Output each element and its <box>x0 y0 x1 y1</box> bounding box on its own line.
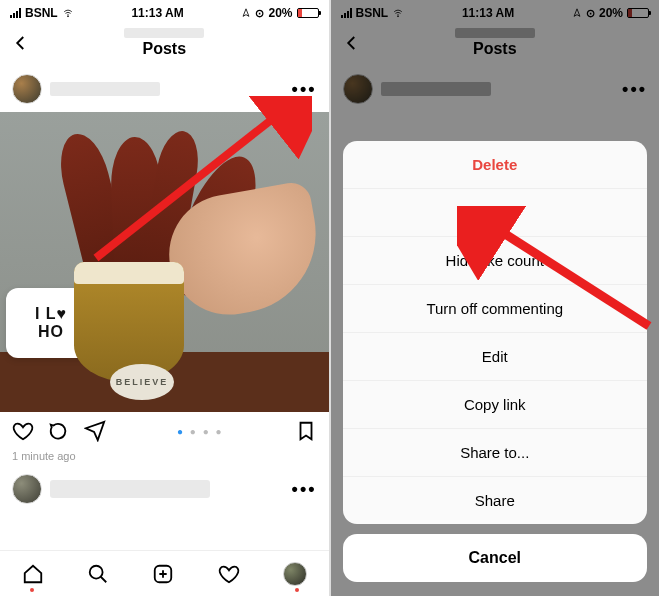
bookmark-icon[interactable] <box>295 420 317 442</box>
carousel-dots: ● ● ● ● <box>120 426 281 437</box>
comment-icon[interactable] <box>48 420 70 442</box>
clock-label: 11:13 AM <box>74 6 242 20</box>
profile-icon[interactable] <box>283 562 307 586</box>
svg-point-0 <box>67 16 68 17</box>
avatar[interactable] <box>12 74 42 104</box>
menu-share-to[interactable]: Share to... <box>343 429 648 477</box>
timestamp: 1 minute ago <box>0 450 329 468</box>
menu-delete[interactable]: Delete <box>343 141 648 189</box>
carrier-label: BSNL <box>25 6 58 20</box>
action-sheet: Delete Archive Hide like count Turn off … <box>343 141 648 524</box>
signal-icon <box>10 8 21 18</box>
activity-icon[interactable] <box>218 563 240 585</box>
header-subtitle-blur <box>124 28 204 38</box>
add-icon[interactable] <box>152 563 174 585</box>
menu-cancel[interactable]: Cancel <box>343 534 648 582</box>
page-header: Posts <box>0 20 329 66</box>
svg-point-1 <box>90 565 103 578</box>
username-blur[interactable] <box>50 480 210 498</box>
menu-share[interactable]: Share <box>343 477 648 524</box>
username-blur[interactable] <box>50 82 160 96</box>
phone-right: BSNL 11:13 AM ⊙ 20% Posts <box>331 0 660 596</box>
action-sheet-overlay[interactable]: Delete Archive Hide like count Turn off … <box>331 0 660 596</box>
tab-bar <box>0 550 329 596</box>
menu-turn-off-comment[interactable]: Turn off commenting <box>343 285 648 333</box>
post-author-bar: ••• <box>0 66 329 112</box>
home-icon[interactable] <box>22 563 44 585</box>
menu-archive[interactable]: Archive <box>343 189 648 237</box>
battery-label: 20% <box>268 6 292 20</box>
tag-prop: BELIEVE <box>110 364 174 400</box>
post-image[interactable]: I L♥HO BELIEVE <box>0 112 329 412</box>
more-icon[interactable]: ••• <box>292 79 317 100</box>
search-icon[interactable] <box>87 563 109 585</box>
menu-edit[interactable]: Edit <box>343 333 648 381</box>
next-post-bar: ••• <box>0 468 329 510</box>
menu-hide-like-count[interactable]: Hide like count <box>343 237 648 285</box>
status-bar: BSNL 11:13 AM ⊙ 20% <box>0 0 329 20</box>
phone-left: BSNL 11:13 AM ⊙ 20% Posts ••• <box>0 0 331 596</box>
alarm-icon: ⊙ <box>255 7 264 20</box>
wifi-icon <box>62 8 74 18</box>
menu-copy-link[interactable]: Copy link <box>343 381 648 429</box>
action-bar: ● ● ● ● <box>0 412 329 450</box>
more-icon[interactable]: ••• <box>292 479 317 500</box>
back-icon[interactable] <box>12 34 30 52</box>
nav-arrow-icon <box>241 8 251 18</box>
page-title: Posts <box>40 40 289 58</box>
battery-icon <box>297 8 319 18</box>
share-icon[interactable] <box>84 420 106 442</box>
avatar[interactable] <box>12 474 42 504</box>
heart-icon[interactable] <box>12 420 34 442</box>
